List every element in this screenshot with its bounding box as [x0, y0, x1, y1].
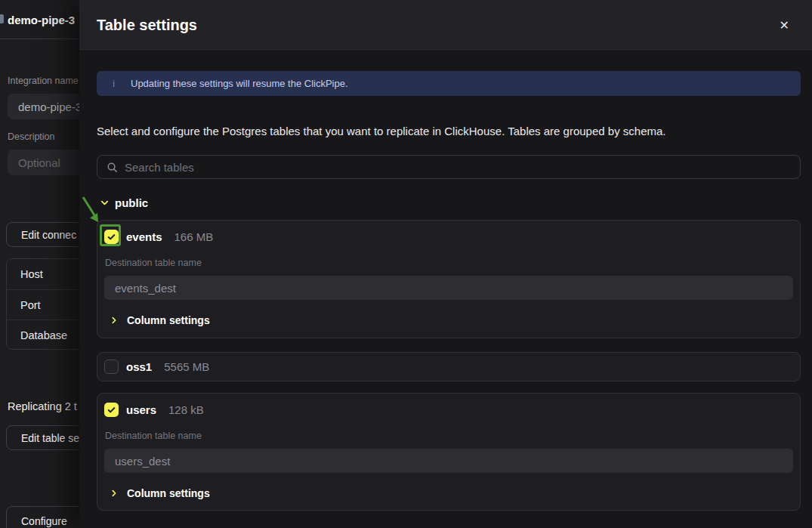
users-column-settings[interactable]: Column settings	[104, 486, 793, 500]
oss1-checkbox[interactable]	[104, 360, 119, 374]
table-size: 5565 MB	[164, 360, 209, 373]
modal-body: i Updating these settings will resume th…	[79, 51, 812, 528]
modal-title: Table settings	[97, 17, 197, 34]
background-page: demo-pipe-3 Integration name Description…	[0, 0, 79, 528]
events-destination-input[interactable]	[104, 276, 793, 300]
info-icon: i	[97, 79, 131, 89]
table-card-events: events 166 MB Destination table name Col…	[97, 220, 801, 338]
edit-table-settings-button[interactable]: Edit table se	[6, 425, 79, 450]
table-card-users: users 128 kB Destination table name Colu…	[97, 393, 801, 511]
schema-group-public[interactable]: public	[97, 196, 801, 209]
search-tables-input[interactable]	[125, 161, 791, 174]
destination-table-label: Destination table name	[104, 258, 793, 268]
search-tables-box	[97, 155, 801, 179]
table-name: events	[126, 230, 162, 243]
schema-name: public	[115, 196, 148, 209]
search-icon	[107, 162, 118, 173]
events-column-settings[interactable]: Column settings	[104, 313, 793, 327]
chevron-right-icon	[110, 316, 118, 324]
modal-header: Table settings ✕	[79, 0, 812, 51]
table-settings-modal: Table settings ✕ i Updating these settin…	[79, 0, 812, 528]
table-row: oss1 5565 MB	[104, 359, 209, 375]
table-card-oss1: oss1 5565 MB	[97, 352, 801, 381]
edit-connection-button[interactable]: Edit connec	[6, 222, 79, 247]
info-banner-text: Updating these settings will resume the …	[131, 78, 348, 89]
modal-description: Select and configure the Postgres tables…	[97, 123, 801, 140]
table-name: oss1	[126, 360, 152, 373]
events-checkbox[interactable]	[104, 230, 119, 244]
column-settings-label: Column settings	[127, 314, 210, 326]
chevron-right-icon	[110, 489, 118, 497]
table-row: events 166 MB	[104, 229, 793, 245]
destination-table-label: Destination table name	[104, 431, 793, 441]
chevron-down-icon	[100, 199, 109, 207]
users-destination-input[interactable]	[104, 449, 793, 473]
connection-row-port: Port	[7, 289, 79, 320]
users-checkbox[interactable]	[104, 403, 119, 417]
configure-button[interactable]: Configure	[6, 506, 79, 528]
integration-name-label: Integration name	[8, 76, 79, 86]
table-row: users 128 kB	[104, 402, 793, 418]
integration-name-input[interactable]	[8, 94, 79, 119]
column-settings-label: Column settings	[127, 487, 210, 499]
table-size: 166 MB	[174, 230, 214, 243]
connection-row-host: Host	[7, 259, 79, 289]
description-input[interactable]	[8, 150, 79, 175]
description-label: Description	[8, 131, 55, 142]
close-icon[interactable]: ✕	[780, 20, 789, 32]
connection-details-card: Host Port Database	[6, 258, 79, 350]
table-size: 128 kB	[168, 403, 204, 416]
connection-row-database: Database	[7, 320, 79, 350]
page-title: demo-pipe-3	[8, 0, 75, 39]
replicating-status-text: Replicating 2 t	[8, 400, 77, 412]
info-banner: i Updating these settings will resume th…	[97, 71, 801, 96]
table-name: users	[126, 403, 156, 416]
